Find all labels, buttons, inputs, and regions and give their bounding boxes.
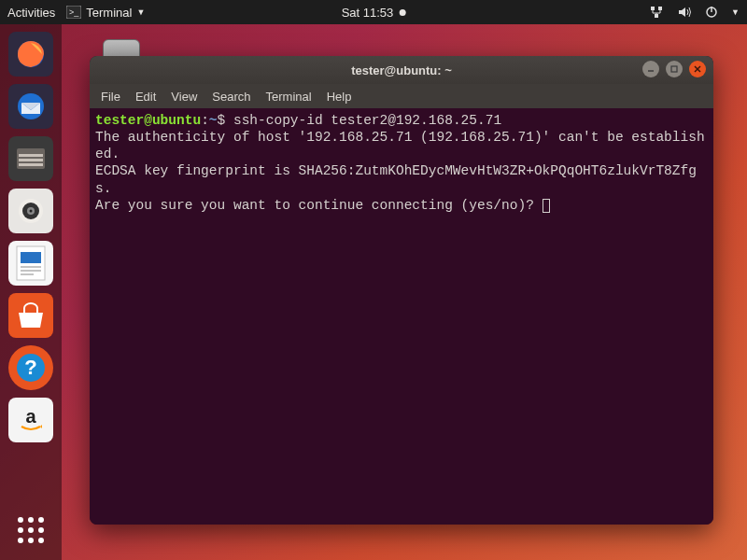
power-icon[interactable] (705, 6, 718, 19)
close-button[interactable] (689, 61, 706, 77)
launcher-help[interactable]: ? (8, 345, 53, 390)
top-bar: Activities >_ Terminal ▼ Sat 11:53 ▼ (0, 0, 747, 24)
launcher-ubuntu-software[interactable] (8, 293, 53, 338)
maximize-button[interactable] (666, 61, 683, 77)
svg-rect-18 (21, 252, 41, 263)
launcher-firefox[interactable] (8, 32, 53, 77)
menu-help[interactable]: Help (327, 90, 352, 104)
svg-rect-12 (19, 163, 43, 166)
clock-text: Sat 11:53 (342, 6, 394, 20)
launcher-amazon[interactable]: a (8, 398, 53, 442)
terminal-output-line: The authenticity of host '192.168.25.71 … (95, 130, 705, 161)
system-menu-chevron-icon[interactable]: ▼ (731, 7, 740, 17)
svg-point-16 (30, 210, 33, 213)
svg-text:a: a (25, 406, 36, 427)
terminal-icon: >_ (66, 6, 81, 19)
menu-file[interactable]: File (101, 90, 120, 104)
prompt-sep: : (201, 113, 209, 128)
terminal-output-line: ECDSA key fingerprint is SHA256:ZutmKOhE… (95, 163, 697, 195)
volume-icon[interactable] (677, 6, 692, 19)
launcher-libreoffice-writer[interactable] (8, 241, 53, 286)
svg-rect-2 (651, 7, 655, 10)
terminal-content[interactable]: tester@ubuntu:~$ ssh-copy-id tester2@192… (90, 108, 713, 525)
window-title: tester@ubuntu: ~ (90, 63, 713, 77)
notification-dot-icon (399, 9, 405, 16)
menu-terminal[interactable]: Terminal (266, 90, 312, 104)
prompt-path: ~ (209, 113, 218, 128)
app-menu[interactable]: >_ Terminal ▼ (66, 6, 145, 20)
svg-rect-26 (671, 66, 677, 72)
terminal-command: ssh-copy-id tester2@192.168.25.71 (233, 113, 501, 128)
activities-button[interactable]: Activities (7, 6, 55, 20)
terminal-cursor (543, 199, 550, 213)
window-controls (642, 61, 706, 77)
terminal-output-line: Are you sure you want to continue connec… (95, 198, 543, 213)
svg-text:>_: >_ (69, 7, 79, 17)
prompt-user: tester@ubuntu (95, 113, 201, 128)
svg-rect-11 (19, 159, 43, 161)
svg-rect-10 (19, 154, 43, 157)
chevron-down-icon: ▼ (136, 7, 145, 17)
svg-text:?: ? (24, 356, 36, 379)
prompt-suffix: $ (218, 113, 233, 128)
svg-rect-3 (658, 7, 662, 10)
menubar: File Edit View Search Terminal Help (90, 84, 713, 108)
terminal-window: tester@ubuntu: ~ File Edit View Search T… (90, 56, 713, 525)
menu-search[interactable]: Search (212, 90, 250, 104)
app-menu-label: Terminal (86, 6, 132, 20)
launcher-rhythmbox[interactable] (8, 189, 53, 233)
network-icon[interactable] (649, 6, 664, 19)
menu-view[interactable]: View (171, 90, 197, 104)
titlebar[interactable]: tester@ubuntu: ~ (90, 56, 713, 84)
menu-edit[interactable]: Edit (135, 90, 156, 104)
launcher-files[interactable] (8, 136, 53, 181)
launcher-thunderbird[interactable] (8, 84, 53, 129)
minimize-button[interactable] (642, 61, 659, 77)
dock: ? a (0, 24, 62, 560)
clock[interactable]: Sat 11:53 (342, 6, 406, 20)
show-applications-button[interactable] (14, 513, 48, 547)
